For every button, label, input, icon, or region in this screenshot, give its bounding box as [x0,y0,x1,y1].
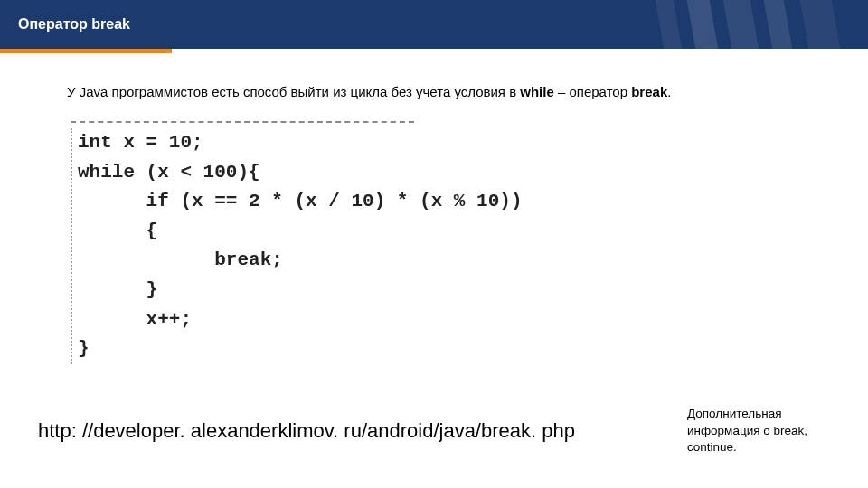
code-line-1: int x = 10; [78,132,203,153]
code-line-3: if (x == 2 * (x / 10) * (x % 10)) [78,191,522,211]
code-line-8: } [78,338,90,359]
extra-info: Дополнительная информация о break, conti… [687,406,841,455]
reference-link: http: //developer. alexanderklimov. ru/a… [38,419,575,443]
intro-text-prefix: У Java программистов есть способ выйти и… [67,84,520,99]
accent-bar [0,49,172,53]
slide-title: Оператор break [18,16,130,33]
code-line-2: while (x < 100){ [78,162,260,183]
intro-paragraph: У Java программистов есть способ выйти и… [67,83,814,101]
intro-bold-while: while [520,84,554,99]
code-line-6: } [78,279,157,300]
header-decoration [642,0,868,49]
slide-header: Оператор break [0,0,868,49]
slide-footer: http: //developer. alexanderklimov. ru/a… [38,406,841,455]
code-line-7: x++; [78,309,192,330]
code-line-4: { [78,221,157,241]
code-block: int x = 10; while (x < 100){ if (x == 2 … [71,121,814,363]
slide-content: У Java программистов есть способ выйти и… [0,49,868,364]
intro-text-mid: – оператор [554,84,631,99]
code-top-divider [71,121,414,123]
intro-bold-break: break [631,84,667,99]
code-line-5: break; [78,249,283,270]
intro-text-suffix: . [667,84,671,99]
code-text: int x = 10; while (x < 100){ if (x == 2 … [71,128,814,363]
